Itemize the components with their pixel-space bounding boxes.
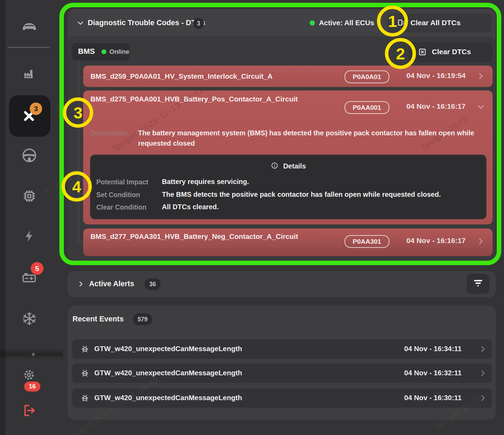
steering-wheel-icon (21, 147, 38, 165)
dtc-panel: Diagnostic Trouble Codes - DTCs 3 Active… (68, 9, 496, 260)
sidebar-shadow (0, 349, 63, 359)
dtc-count-badge: 3 (193, 18, 204, 29)
bug-icon (80, 344, 90, 356)
car-icon (20, 16, 38, 36)
dtc-code-badge: P0AA001 (345, 101, 389, 114)
clear-all-dtcs-label: Clear All DTCs (410, 19, 461, 27)
sidebar-item-settings[interactable] (21, 368, 37, 383)
dtc-code-badge: P0AA301 (345, 235, 389, 248)
sidebar-item-steering[interactable] (20, 147, 38, 165)
ecu-name: BMS (78, 47, 95, 56)
event-row[interactable]: GTW_w420_unexpectedCanMessageLength 04 N… (72, 388, 492, 408)
detail-value: Battery requires servicing. (162, 178, 249, 186)
clear-all-dtcs-button[interactable]: Clear All DTCs (388, 13, 492, 32)
chevron-right-icon[interactable] (478, 368, 488, 379)
dtc-row-expanded[interactable]: BMS_d275_P0AA001_HVB_Battery_Pos_Contact… (83, 90, 493, 224)
events-count-badge: 579 (133, 313, 152, 325)
detail-label: Clear Condition (96, 203, 146, 211)
sidebar-item-factory[interactable] (21, 66, 38, 83)
tree-connector (78, 60, 79, 242)
event-row[interactable]: GTW_w420_unexpectedCanMessageLength 04 N… (72, 339, 492, 359)
snowflake-icon (21, 310, 38, 329)
online-status-dot-icon (101, 49, 106, 54)
expand-chevron-icon[interactable] (77, 280, 85, 290)
chevron-right-icon[interactable] (476, 71, 486, 83)
filter-icon (472, 277, 484, 290)
ecu-tab-bms[interactable]: BMS Online (72, 43, 129, 60)
sidebar-item-logout[interactable] (21, 403, 37, 419)
details-header: Details (90, 162, 486, 171)
sidebar-item-ecu[interactable] (21, 188, 38, 205)
detail-value: All DTCs cleared. (162, 203, 219, 211)
bug-icon (80, 368, 90, 380)
dtc-row[interactable]: BMS_d277_P0AA301_HVB_Battery_Neg_Contact… (83, 229, 493, 256)
active-alerts-title: Active Alerts (89, 280, 134, 288)
diagnostics-app: 3 5 16 (0, 0, 504, 435)
detail-label: Potential Impact (96, 178, 148, 186)
alerts-count-badge: 36 (145, 278, 161, 290)
chip-icon (21, 188, 37, 205)
clear-box-icon (418, 47, 427, 58)
bug-icon (80, 393, 90, 405)
dtc-timestamp: 04 Nov - 16:16:17 (401, 102, 471, 110)
chevron-up-icon[interactable] (476, 102, 486, 113)
clear-dtcs-button[interactable]: Clear DTCs (408, 42, 493, 62)
event-timestamp: 04 Nov - 16:32:11 (398, 369, 467, 377)
chevron-right-icon[interactable] (478, 344, 488, 355)
info-icon (271, 162, 279, 171)
dtc-title: BMS_d275_P0AA001_HVB_Battery_Pos_Contact… (90, 94, 337, 104)
event-title: GTW_w420_unexpectedCanMessageLength (94, 345, 242, 353)
dtc-title: BMS_d259_P0A0A01_HV_System_Interlock_Cir… (90, 71, 337, 81)
window-edge (0, 0, 6, 435)
active-ecu-label: Active: All ECUs (319, 19, 374, 27)
chevron-right-icon[interactable] (476, 236, 486, 248)
logout-icon (21, 403, 37, 420)
diagnostics-count-badge: 3 (30, 103, 42, 115)
event-row[interactable]: GTW_w420_unexpectedCanMessageLength 04 N… (72, 364, 492, 383)
ecu-status: Online (109, 48, 129, 56)
event-timestamp: 04 Nov - 16:34:11 (398, 345, 467, 353)
sidebar-item-diagnostics[interactable] (9, 95, 50, 137)
event-timestamp: 04 Nov - 16:30:11 (398, 394, 467, 402)
sidebar-item-charging[interactable] (22, 229, 37, 244)
details-title: Details (283, 162, 306, 170)
active-alerts-panel[interactable]: Active Alerts 36 (68, 271, 496, 297)
recent-events-title: Recent Events (72, 315, 124, 323)
event-title: GTW_w420_unexpectedCanMessageLength (94, 369, 242, 377)
detail-label: Set Condition (96, 191, 140, 199)
filter-button[interactable] (467, 274, 490, 294)
description-text: The battery management system (BMS) has … (138, 128, 485, 148)
dtc-timestamp: 04 Nov - 16:19:54 (401, 71, 471, 80)
event-title: GTW_w420_unexpectedCanMessageLength (94, 394, 242, 402)
clear-list-icon (397, 18, 406, 29)
detail-value: The BMS detects the positive pack contac… (162, 191, 441, 199)
dtc-details-box: Details Potential Impact Battery require… (90, 155, 486, 219)
dtc-panel-title: Diagnostic Trouble Codes - DTCs (88, 19, 205, 27)
active-ecu-selector[interactable]: Active: All ECUs (304, 13, 384, 32)
clear-dtcs-label: Clear DTCs (432, 48, 471, 56)
hidden-icon-fragment (32, 353, 35, 356)
settings-count-badge: 16 (24, 381, 40, 392)
online-dot-icon (310, 20, 315, 26)
collapse-chevron-icon[interactable] (76, 19, 86, 28)
dtc-timestamp: 04 Nov - 16:16:17 (401, 236, 471, 245)
sidebar-divider (8, 47, 50, 48)
dtc-row[interactable]: BMS_d259_P0A0A01_HV_System_Interlock_Cir… (83, 66, 493, 87)
sidebar-item-vehicle[interactable] (20, 16, 39, 36)
lightning-icon (22, 229, 37, 245)
dtc-code-badge: P0A0A01 (345, 70, 389, 83)
dtc-title: BMS_d277_P0AA301_HVB_Battery_Neg_Contact… (90, 231, 337, 242)
chevron-right-icon[interactable] (478, 393, 488, 404)
battery-count-badge: 5 (31, 262, 43, 275)
recent-events-panel: Recent Events 579 GTW_w420_unexpectedCan… (68, 306, 496, 420)
factory-icon (21, 66, 37, 83)
sidebar-item-climate[interactable] (20, 310, 38, 328)
description-label: Description (90, 129, 127, 137)
